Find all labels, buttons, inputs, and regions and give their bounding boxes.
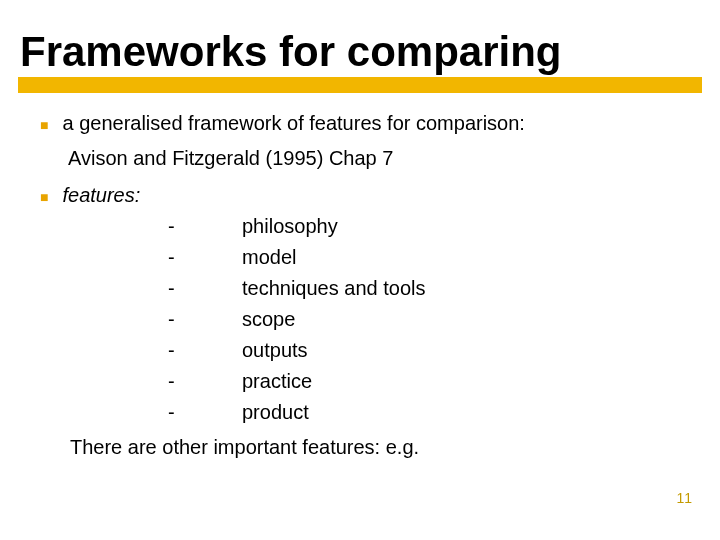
feature-text: scope (242, 304, 295, 335)
source-text: Avison and Fitzgerald (1995) Chap 7 (68, 143, 680, 174)
feature-text: techniques and tools (242, 273, 425, 304)
features-label: features: (62, 180, 680, 211)
square-bullet-icon: ■ (40, 115, 48, 137)
dash-icon: - (168, 397, 242, 428)
feature-text: philosophy (242, 211, 338, 242)
feature-text: model (242, 242, 296, 273)
feature-row: - techniques and tools (168, 273, 680, 304)
slide: Frameworks for comparing ■ a generalised… (0, 0, 720, 540)
dash-icon: - (168, 242, 242, 273)
dash-icon: - (168, 304, 242, 335)
square-bullet-icon: ■ (40, 187, 48, 209)
bullet-intro: ■ a generalised framework of features fo… (40, 108, 680, 139)
feature-row: - scope (168, 304, 680, 335)
feature-row: - model (168, 242, 680, 273)
feature-row: - practice (168, 366, 680, 397)
source-line: Avison and Fitzgerald (1995) Chap 7 (68, 143, 680, 174)
dash-icon: - (168, 211, 242, 242)
bullet-features: ■ features: (40, 180, 680, 211)
dash-icon: - (168, 335, 242, 366)
title-area: Frameworks for comparing (0, 0, 720, 74)
page-number: 11 (676, 490, 692, 506)
feature-text: product (242, 397, 309, 428)
slide-body: ■ a generalised framework of features fo… (0, 74, 720, 463)
dash-icon: - (168, 273, 242, 304)
bullet-intro-text: a generalised framework of features for … (62, 108, 680, 139)
slide-title: Frameworks for comparing (20, 30, 700, 74)
feature-row: - philosophy (168, 211, 680, 242)
feature-row: - outputs (168, 335, 680, 366)
feature-row: - product (168, 397, 680, 428)
feature-text: outputs (242, 335, 308, 366)
closing-line: There are other important features: e.g. (70, 432, 680, 463)
title-underline (18, 77, 702, 93)
feature-text: practice (242, 366, 312, 397)
dash-icon: - (168, 366, 242, 397)
